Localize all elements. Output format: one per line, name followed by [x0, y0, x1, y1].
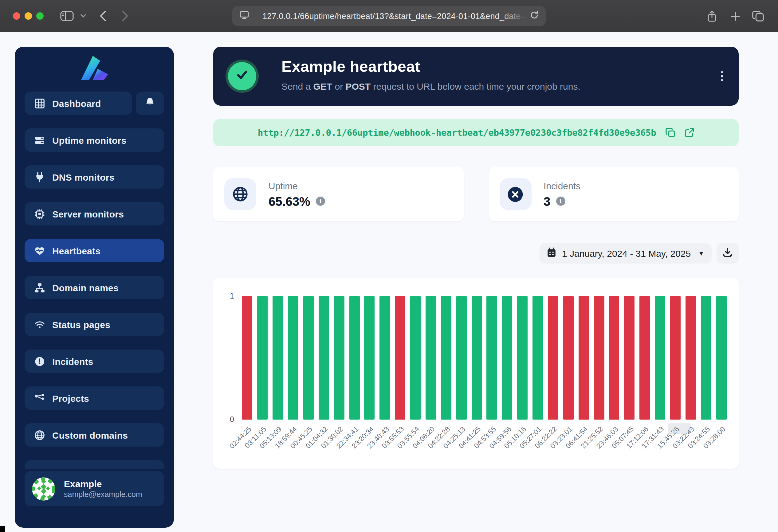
chevron-down-icon[interactable] — [79, 0, 87, 32]
sidebar-item-label: Dashboard — [52, 98, 101, 108]
heartbeat-bar-up[interactable] — [441, 296, 451, 420]
info-icon[interactable]: i — [556, 197, 565, 206]
post-label: POST — [346, 81, 371, 92]
share-icon[interactable] — [704, 0, 719, 32]
heartbeat-bar-up[interactable] — [456, 296, 466, 420]
close-window-button[interactable] — [13, 12, 20, 20]
heartbeat-bar-up[interactable] — [517, 296, 528, 420]
heartbeat-bar-up[interactable] — [716, 296, 726, 420]
heartbeat-bar-up[interactable] — [257, 296, 268, 420]
heart-pulse-icon — [34, 245, 45, 256]
heartbeat-bar-up[interactable] — [349, 296, 360, 420]
sidebar-item-custom-domains[interactable]: Custom domains — [24, 423, 164, 447]
heartbeat-bar-down[interactable] — [578, 296, 589, 420]
heartbeat-bar-up[interactable] — [533, 296, 543, 420]
date-range-picker[interactable]: 1 January, 2024 - 31 May, 2025 ▼ — [539, 243, 712, 264]
heartbeat-bar-up[interactable] — [380, 296, 390, 420]
heartbeat-bar-down[interactable] — [548, 296, 558, 420]
sidebar-toggle-icon[interactable] — [59, 0, 75, 32]
bar-slot: 15:45:26 — [668, 296, 683, 420]
new-tab-icon[interactable] — [727, 0, 743, 32]
sidebar-item-label: Projects — [52, 393, 89, 403]
bar-slot: 05:27:01 — [530, 296, 545, 420]
bar-chart: 1 0 02:44:2503:11:0505:13:0918:59:4400:4… — [240, 296, 729, 420]
page-title: Example heartbeat — [282, 58, 420, 76]
heartbeat-bar-down[interactable] — [563, 296, 574, 420]
copy-icon[interactable] — [665, 128, 675, 138]
heartbeat-chart-card: 1 0 02:44:2503:11:0505:13:0918:59:4400:4… — [213, 278, 739, 469]
bar-slot: 23:20:34 — [362, 296, 377, 420]
bar-slot: 04:22:28 — [439, 296, 454, 420]
bar-slot: 05:10:16 — [515, 296, 530, 420]
heartbeat-bar-up[interactable] — [334, 296, 344, 420]
user-profile[interactable]: Example sample@example.com — [24, 471, 164, 506]
heartbeat-bar-down[interactable] — [609, 296, 619, 420]
tab-overview-icon[interactable] — [750, 0, 765, 32]
download-icon — [723, 247, 732, 260]
app-page: Dashboard Uptime monitorsDNS monitorsSer… — [0, 32, 778, 532]
heartbeat-bar-up[interactable] — [288, 296, 298, 420]
sidebar-item-heartbeats[interactable]: Heartbeats — [24, 239, 164, 262]
heartbeat-bar-up[interactable] — [365, 296, 375, 420]
heartbeat-bar-down[interactable] — [594, 296, 604, 420]
sidebar-item-uptime-monitors[interactable]: Uptime monitors — [24, 128, 164, 152]
heartbeat-bar-up[interactable] — [471, 296, 482, 420]
address-bar[interactable]: 127.0.0.1/66uptime/heartbeat/13?&start_d… — [232, 6, 546, 26]
heartbeat-header-card: Example heartbeat Send a GET or POST req… — [213, 47, 739, 106]
heartbeat-bar-up[interactable] — [487, 296, 497, 420]
bar-slot: 01:30:02 — [331, 296, 347, 420]
sidebar-item-label: Incidents — [52, 356, 93, 366]
bar-slot: 04:25:13 — [454, 296, 469, 420]
sidebar-item-dashboard[interactable]: Dashboard — [24, 92, 132, 115]
sidebar-item-projects[interactable]: Projects — [24, 386, 164, 410]
sidebar-item-label: Status pages — [52, 319, 110, 330]
sidebar-nav: Dashboard Uptime monitorsDNS monitorsSer… — [24, 92, 164, 460]
webhook-url-bar: http://127.0.0.1/66uptime/webhook-heartb… — [213, 119, 739, 146]
avatar — [32, 477, 55, 500]
bar-slot: 05:13:09 — [270, 296, 286, 420]
kebab-menu-icon[interactable] — [716, 69, 727, 84]
heartbeat-bar-up[interactable] — [655, 296, 665, 420]
sidebar-item-domain-names[interactable]: Domain names — [24, 276, 164, 299]
back-icon[interactable] — [96, 0, 109, 32]
notifications-button[interactable] — [136, 92, 164, 115]
heartbeat-bar-down[interactable] — [624, 296, 635, 420]
heartbeat-bar-down[interactable] — [639, 296, 650, 420]
heartbeat-bar-up[interactable] — [701, 296, 711, 420]
bar-slot: 18:59:44 — [286, 296, 301, 420]
heartbeat-bar-down[interactable] — [242, 296, 252, 420]
heartbeat-bar-up[interactable] — [425, 296, 436, 420]
app-logo-icon[interactable] — [80, 54, 109, 84]
plug-icon — [34, 172, 45, 182]
y-tick-0: 0 — [222, 415, 234, 424]
heartbeat-bar-down[interactable] — [670, 296, 681, 420]
user-name: Example — [64, 478, 142, 490]
heartbeat-bar-up[interactable] — [303, 296, 314, 420]
heartbeat-bar-up[interactable] — [319, 296, 329, 420]
heartbeat-bar-up[interactable] — [502, 296, 513, 420]
webhook-url[interactable]: http://127.0.0.1/66uptime/webhook-heartb… — [258, 128, 656, 138]
minimize-window-button[interactable] — [24, 12, 32, 20]
sidebar-item-server-monitors[interactable]: Server monitors — [24, 202, 164, 226]
forward-icon[interactable] — [119, 0, 131, 32]
heartbeat-bar-up[interactable] — [273, 296, 283, 420]
sidebar-item-clipped[interactable] — [24, 460, 164, 469]
heartbeat-bar-down[interactable] — [395, 296, 405, 420]
sidebar-item-status-pages[interactable]: Status pages — [24, 313, 164, 336]
reload-icon[interactable] — [530, 10, 539, 22]
sidebar-item-dns-monitors[interactable]: DNS monitors — [24, 165, 164, 189]
sitemap-icon — [34, 282, 45, 293]
circle-x-icon — [499, 178, 531, 210]
screen-corner-artifact — [0, 526, 5, 532]
info-icon[interactable]: i — [316, 197, 325, 206]
bar-slot: 03:28:00 — [713, 296, 729, 420]
heartbeat-bar-down[interactable] — [686, 296, 696, 420]
check-icon — [234, 67, 250, 85]
heartbeat-bar-up[interactable] — [410, 296, 421, 420]
download-button[interactable] — [716, 243, 739, 264]
stats-row: Uptime 65.63% i Incidents 3 — [213, 167, 739, 221]
zoom-window-button[interactable] — [36, 12, 44, 20]
external-link-icon[interactable] — [684, 128, 694, 138]
bar-slot: 01:04:32 — [316, 296, 331, 420]
sidebar-item-incidents[interactable]: Incidents — [24, 350, 164, 373]
